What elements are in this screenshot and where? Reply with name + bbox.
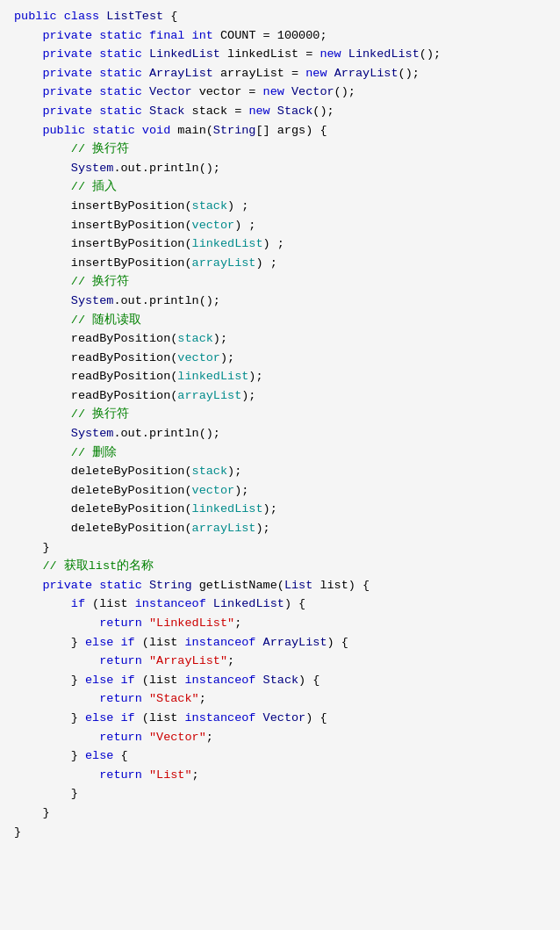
line-26: // 换行符: [14, 405, 546, 424]
line-20: // 随机读取: [14, 311, 546, 330]
line-18: // 换行符: [14, 272, 546, 292]
line-6: private static Vector vector = new Vecto…: [14, 83, 546, 102]
line-19: System.out.println();: [14, 292, 546, 311]
line-31: deleteByPosition(linkedList);: [14, 500, 546, 519]
line-47: }: [14, 784, 546, 804]
line-27: System.out.println();: [14, 424, 546, 443]
line-33: }: [14, 538, 546, 558]
line-9: public static void main(String[] args) {: [14, 121, 546, 141]
line-10: // 换行符: [14, 140, 546, 159]
line-44: return "Vector";: [14, 728, 546, 747]
line-15: insertByPosition(linkedList) ;: [14, 234, 546, 254]
line-43: } else if (list instanceof Vector) {: [14, 709, 546, 728]
line-14: insertByPosition(vector) ;: [14, 216, 546, 235]
line-38: return "LinkedList";: [14, 614, 546, 633]
line-42: return "Stack";: [14, 689, 546, 709]
line-4: private static LinkedList linkedList = n…: [14, 45, 546, 64]
line-48: }: [14, 804, 546, 823]
line-35: // 获取list的名称: [14, 557, 546, 576]
line-45: } else {: [14, 746, 546, 766]
line-2: private static final int COUNT = 100000;: [14, 26, 546, 46]
line-5: private static ArrayList arrayList = new…: [14, 64, 546, 83]
line-1: public class ListTest {: [14, 7, 546, 26]
line-29: deleteByPosition(stack);: [14, 462, 546, 481]
line-11: System.out.println();: [14, 159, 546, 178]
line-24: readByPosition(arrayList);: [14, 386, 546, 406]
line-12: // 插入: [14, 177, 546, 197]
line-49: }: [14, 823, 546, 842]
line-21: readByPosition(stack);: [14, 329, 546, 349]
code-editor: public class ListTest { private static f…: [0, 0, 560, 930]
line-41: } else if (list instanceof Stack) {: [14, 671, 546, 690]
line-23: readByPosition(linkedList);: [14, 367, 546, 386]
line-40: return "ArrayList";: [14, 652, 546, 671]
line-36: private static String getListName(List l…: [14, 576, 546, 595]
line-13: insertByPosition(stack) ;: [14, 197, 546, 216]
line-7: private static Stack stack = new Stack()…: [14, 102, 546, 121]
line-32: deleteByPosition(arrayList);: [14, 519, 546, 538]
line-37: if (list instanceof LinkedList) {: [14, 595, 546, 614]
line-28: // 删除: [14, 443, 546, 463]
line-16: insertByPosition(arrayList) ;: [14, 254, 546, 273]
line-30: deleteByPosition(vector);: [14, 481, 546, 501]
line-22: readByPosition(vector);: [14, 349, 546, 368]
line-39: } else if (list instanceof ArrayList) {: [14, 633, 546, 652]
line-46: return "List";: [14, 766, 546, 785]
